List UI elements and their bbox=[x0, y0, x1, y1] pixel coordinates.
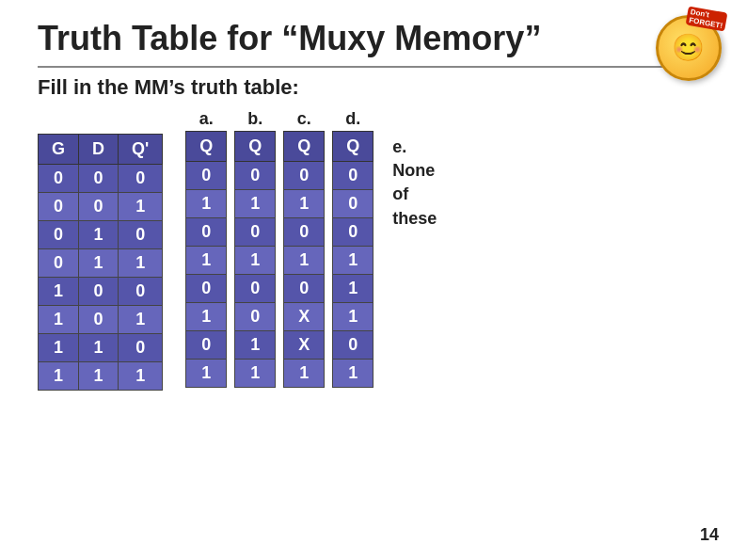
table-cell: 0 bbox=[119, 334, 163, 362]
answer-cell: 1 bbox=[284, 360, 325, 388]
answer-cell: 1 bbox=[284, 190, 325, 218]
answer-cell: 0 bbox=[235, 303, 276, 331]
answer-cell: 1 bbox=[186, 360, 227, 388]
answer-cell: 1 bbox=[284, 247, 325, 275]
answer-cell: 0 bbox=[284, 162, 325, 190]
table-cell: 1 bbox=[79, 221, 119, 249]
answer-cell: 0 bbox=[284, 218, 325, 247]
answer-cell: 1 bbox=[333, 275, 374, 303]
answer-col-header: Q bbox=[186, 132, 227, 162]
table-cell: 0 bbox=[39, 193, 79, 221]
answer-col-label: a. bbox=[199, 109, 214, 129]
answer-cell: 1 bbox=[235, 360, 276, 388]
answer-cell: 0 bbox=[284, 275, 325, 303]
table-cell: 0 bbox=[79, 306, 119, 334]
table-cell: 0 bbox=[79, 278, 119, 306]
table-cell: 1 bbox=[79, 362, 119, 391]
table-cell: 1 bbox=[39, 278, 79, 306]
table-cell: 0 bbox=[39, 165, 79, 193]
answer-cell: 0 bbox=[186, 162, 227, 190]
answer-cell: 0 bbox=[333, 331, 374, 360]
answer-cell: 0 bbox=[186, 218, 227, 247]
slide: 😊 Don'tFORGET! Truth Table for “Muxy Mem… bbox=[0, 0, 747, 560]
answer-cell: X bbox=[284, 303, 325, 331]
table-cell: 1 bbox=[39, 362, 79, 391]
answer-col-header: Q bbox=[235, 132, 276, 162]
content-area: G D Q' 000001010011100101110111 a.Q01010… bbox=[38, 109, 709, 391]
table-cell: 1 bbox=[79, 249, 119, 278]
answer-cell: 0 bbox=[235, 162, 276, 190]
table-cell: 0 bbox=[39, 249, 79, 278]
answer-section: a.Q01010101b.Q01010011c.Q01010XX1d.Q0001… bbox=[185, 109, 374, 388]
table-cell: 1 bbox=[119, 193, 163, 221]
table-cell: 1 bbox=[39, 306, 79, 334]
answer-cell: X bbox=[284, 331, 325, 360]
answer-cell: 1 bbox=[235, 331, 276, 360]
answer-col-3: d.Q00011101 bbox=[332, 109, 374, 388]
table-cell: 0 bbox=[119, 278, 163, 306]
answer-col-header: Q bbox=[333, 132, 374, 162]
answer-cell: 0 bbox=[333, 162, 374, 190]
slide-title: Truth Table for “Muxy Memory” bbox=[38, 19, 709, 68]
answer-cell: 0 bbox=[235, 218, 276, 247]
table-cell: 1 bbox=[39, 334, 79, 362]
answer-table: Q01010011 bbox=[234, 131, 276, 388]
col-header-G: G bbox=[39, 135, 79, 165]
answer-cell: 1 bbox=[186, 303, 227, 331]
input-truth-table: G D Q' 000001010011100101110111 bbox=[38, 134, 163, 391]
table-cell: 1 bbox=[119, 306, 163, 334]
none-of-these: e.Noneofthese bbox=[392, 136, 437, 231]
answer-cell: 0 bbox=[186, 331, 227, 360]
answer-table: Q01010XX1 bbox=[283, 131, 325, 388]
answer-table: Q00011101 bbox=[332, 131, 374, 388]
table-cell: 1 bbox=[119, 362, 163, 391]
answer-col-0: a.Q01010101 bbox=[185, 109, 227, 388]
answer-cell: 1 bbox=[333, 360, 374, 388]
answer-col-1: b.Q01010011 bbox=[234, 109, 276, 388]
answer-cell: 1 bbox=[186, 190, 227, 218]
answer-cell: 0 bbox=[333, 218, 374, 247]
table-cell: 0 bbox=[39, 221, 79, 249]
col-header-D: D bbox=[79, 135, 119, 165]
table-cell: 1 bbox=[79, 334, 119, 362]
table-cell: 0 bbox=[79, 193, 119, 221]
answer-table: Q01010101 bbox=[185, 131, 227, 388]
answer-cell: 0 bbox=[186, 275, 227, 303]
table-cell: 1 bbox=[119, 249, 163, 278]
answer-cell: 1 bbox=[235, 247, 276, 275]
answer-col-2: c.Q01010XX1 bbox=[283, 109, 325, 388]
answer-cell: 1 bbox=[333, 247, 374, 275]
input-table-section: G D Q' 000001010011100101110111 bbox=[38, 109, 163, 391]
col-header-Qprime: Q' bbox=[119, 135, 163, 165]
table-cell: 0 bbox=[119, 165, 163, 193]
table-cell: 0 bbox=[79, 165, 119, 193]
page-number: 14 bbox=[700, 525, 719, 545]
answer-cell: 1 bbox=[333, 303, 374, 331]
answer-cell: 1 bbox=[235, 190, 276, 218]
answer-col-label: b. bbox=[247, 109, 262, 129]
answer-col-label: c. bbox=[297, 109, 311, 129]
table-cell: 0 bbox=[119, 221, 163, 249]
answer-col-label: d. bbox=[345, 109, 360, 129]
answer-cell: 0 bbox=[333, 190, 374, 218]
slide-subtitle: Fill in the MM’s truth table: bbox=[38, 75, 709, 100]
answer-cell: 0 bbox=[235, 275, 276, 303]
answer-cell: 1 bbox=[186, 247, 227, 275]
answer-col-header: Q bbox=[284, 132, 325, 162]
dont-forget-badge: 😊 Don'tFORGET! bbox=[648, 8, 728, 88]
